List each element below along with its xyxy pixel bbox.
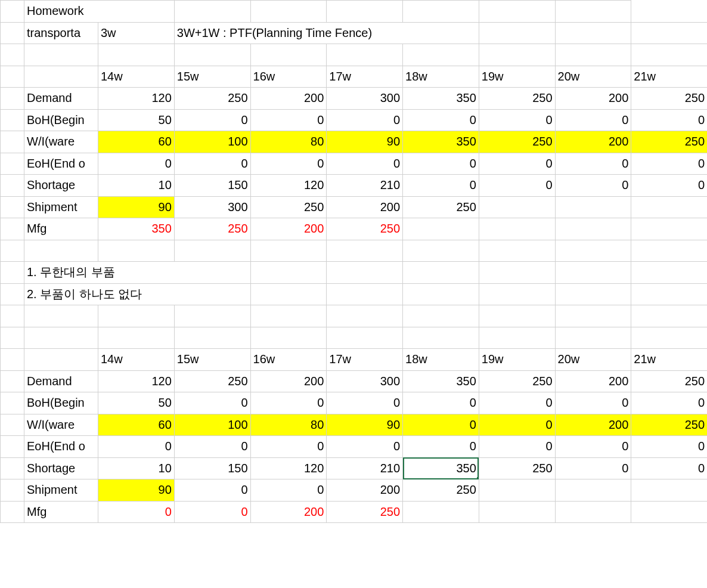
data-cell[interactable]: 0	[250, 153, 327, 175]
t2-week[interactable]: 15w	[174, 349, 250, 371]
data-cell[interactable]: 250	[479, 457, 555, 479]
cell-ptf[interactable]: 3W+1W : PTF(Planning Time Fence)	[174, 22, 479, 44]
row-label[interactable]: Demand	[24, 370, 98, 392]
selected-cell[interactable]: 350	[403, 457, 479, 479]
data-cell[interactable]: 0	[479, 109, 555, 131]
spreadsheet-grid[interactable]: Homework transporta 3w 3W+1W : PTF(Plann…	[0, 0, 707, 523]
data-cell[interactable]	[631, 479, 707, 502]
cell-3w[interactable]: 3w	[98, 22, 175, 44]
data-cell[interactable]: 0	[327, 392, 403, 414]
data-cell[interactable]: 250	[479, 88, 555, 110]
data-cell[interactable]: 0	[250, 392, 327, 414]
data-cell[interactable]: 200	[327, 479, 403, 502]
data-cell[interactable]	[403, 218, 479, 240]
data-cell[interactable]: 0	[327, 436, 403, 458]
t1-week[interactable]: 18w	[403, 66, 479, 88]
row-label[interactable]: Shipment	[24, 196, 98, 218]
data-cell[interactable]	[555, 501, 631, 523]
data-cell[interactable]: 250	[327, 501, 403, 523]
row-label[interactable]: EoH(End o	[24, 153, 98, 175]
t1-week[interactable]: 16w	[250, 66, 327, 88]
data-cell[interactable]: 0	[555, 153, 631, 175]
data-cell[interactable]: 0	[174, 479, 250, 502]
data-cell[interactable]: 90	[98, 479, 175, 502]
data-cell[interactable]: 200	[250, 370, 327, 392]
data-cell[interactable]: 120	[98, 88, 175, 110]
data-cell[interactable]: 0	[479, 414, 555, 436]
t2-week[interactable]: 21w	[631, 349, 707, 371]
data-cell[interactable]: 0	[98, 501, 175, 523]
data-cell[interactable]: 0	[631, 109, 707, 131]
data-cell[interactable]: 80	[250, 414, 327, 436]
row-label[interactable]: W/I(ware	[24, 414, 98, 436]
data-cell[interactable]: 0	[327, 109, 403, 131]
data-cell[interactable]: 0	[631, 436, 707, 458]
data-cell[interactable]: 0	[631, 392, 707, 414]
data-cell[interactable]: 0	[174, 109, 250, 131]
data-cell[interactable]: 0	[479, 392, 555, 414]
data-cell[interactable]: 0	[250, 109, 327, 131]
t1-week[interactable]: 17w	[327, 66, 403, 88]
data-cell[interactable]: 0	[403, 175, 479, 197]
data-cell[interactable]: 60	[98, 414, 175, 436]
note-2[interactable]: 2. 부품이 하나도 없다	[24, 283, 251, 305]
data-cell[interactable]: 0	[631, 457, 707, 479]
t2-week[interactable]: 19w	[479, 349, 555, 371]
data-cell[interactable]: 0	[403, 153, 479, 175]
data-cell[interactable]: 90	[327, 131, 403, 153]
data-cell[interactable]	[479, 218, 555, 240]
data-cell[interactable]: 0	[98, 436, 175, 458]
t2-week[interactable]: 17w	[327, 349, 403, 371]
data-cell[interactable]: 250	[403, 196, 479, 218]
t2-week[interactable]: 18w	[403, 349, 479, 371]
data-cell[interactable]: 250	[174, 370, 250, 392]
data-cell[interactable]: 350	[403, 370, 479, 392]
data-cell[interactable]: 0	[403, 392, 479, 414]
data-cell[interactable]: 0	[479, 153, 555, 175]
data-cell[interactable]: 250	[479, 370, 555, 392]
data-cell[interactable]: 210	[327, 457, 403, 479]
data-cell[interactable]: 250	[174, 88, 250, 110]
data-cell[interactable]: 0	[555, 392, 631, 414]
data-cell[interactable]: 250	[403, 479, 479, 502]
data-cell[interactable]: 150	[174, 175, 250, 197]
data-cell[interactable]: 0	[327, 153, 403, 175]
data-cell[interactable]: 300	[327, 370, 403, 392]
data-cell[interactable]: 60	[98, 131, 175, 153]
t1-week[interactable]: 21w	[631, 66, 707, 88]
data-cell[interactable]: 250	[631, 414, 707, 436]
data-cell[interactable]: 100	[174, 131, 250, 153]
data-cell[interactable]: 0	[479, 175, 555, 197]
data-cell[interactable]: 250	[479, 131, 555, 153]
data-cell[interactable]: 80	[250, 131, 327, 153]
data-cell[interactable]: 90	[98, 196, 175, 218]
data-cell[interactable]: 250	[631, 88, 707, 110]
data-cell[interactable]	[631, 218, 707, 240]
row-label[interactable]: Mfg	[24, 218, 98, 240]
data-cell[interactable]	[555, 218, 631, 240]
row-label[interactable]: W/I(ware	[24, 131, 98, 153]
data-cell[interactable]: 0	[403, 109, 479, 131]
data-cell[interactable]: 250	[327, 218, 403, 240]
data-cell[interactable]: 200	[250, 218, 327, 240]
row-label[interactable]: Mfg	[24, 501, 98, 523]
data-cell[interactable]: 200	[555, 370, 631, 392]
data-cell[interactable]: 0	[555, 457, 631, 479]
data-cell[interactable]: 200	[555, 131, 631, 153]
data-cell[interactable]: 0	[555, 175, 631, 197]
data-cell[interactable]: 300	[327, 88, 403, 110]
data-cell[interactable]: 200	[555, 88, 631, 110]
row-label[interactable]: BoH(Begin	[24, 392, 98, 414]
data-cell[interactable]: 120	[250, 175, 327, 197]
data-cell[interactable]	[479, 479, 555, 502]
data-cell[interactable]: 0	[479, 436, 555, 458]
data-cell[interactable]	[479, 501, 555, 523]
data-cell[interactable]: 250	[250, 196, 327, 218]
data-cell[interactable]: 0	[403, 436, 479, 458]
data-cell[interactable]	[631, 196, 707, 218]
data-cell[interactable]: 210	[327, 175, 403, 197]
row-label[interactable]: Demand	[24, 88, 98, 110]
note-1[interactable]: 1. 무한대의 부품	[24, 262, 251, 284]
cell-homework[interactable]: Homework	[24, 1, 175, 23]
data-cell[interactable]: 100	[174, 414, 250, 436]
